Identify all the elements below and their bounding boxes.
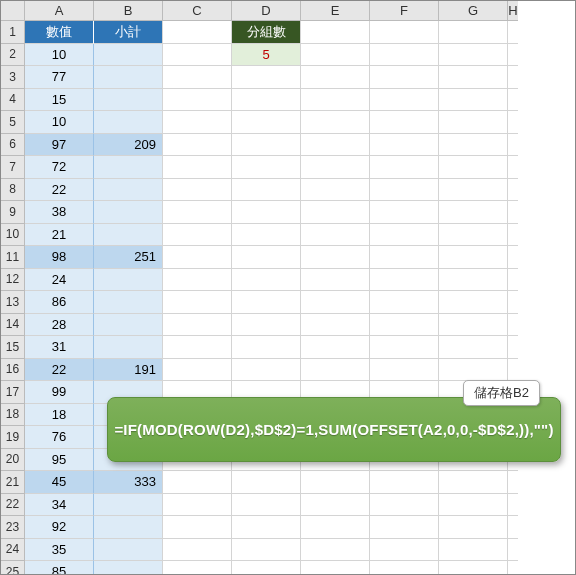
cell-H21[interactable] [508, 471, 518, 494]
cell-H2[interactable] [508, 44, 518, 67]
cell-C15[interactable] [163, 336, 232, 359]
cell-H13[interactable] [508, 291, 518, 314]
cell-A15[interactable]: 31 [25, 336, 94, 359]
cell-B13[interactable] [94, 291, 163, 314]
cell-A20[interactable]: 95 [25, 449, 94, 472]
cell-G4[interactable] [439, 89, 508, 112]
row-header-16[interactable]: 16 [1, 359, 25, 382]
cell-E6[interactable] [301, 134, 370, 157]
cell-H6[interactable] [508, 134, 518, 157]
cell-F9[interactable] [370, 201, 439, 224]
cell-E3[interactable] [301, 66, 370, 89]
cell-E14[interactable] [301, 314, 370, 337]
cell-G5[interactable] [439, 111, 508, 134]
cell-A5[interactable]: 10 [25, 111, 94, 134]
cell-C11[interactable] [163, 246, 232, 269]
cell-E21[interactable] [301, 471, 370, 494]
cell-C24[interactable] [163, 539, 232, 562]
cell-E1[interactable] [301, 21, 370, 44]
row-header-23[interactable]: 23 [1, 516, 25, 539]
cell-H10[interactable] [508, 224, 518, 247]
col-header-G[interactable]: G [439, 1, 508, 21]
cell-H15[interactable] [508, 336, 518, 359]
cell-A19[interactable]: 76 [25, 426, 94, 449]
cell-D6[interactable] [232, 134, 301, 157]
cell-D2[interactable]: 5 [232, 44, 301, 67]
cell-D15[interactable] [232, 336, 301, 359]
cell-G13[interactable] [439, 291, 508, 314]
cell-B16[interactable]: 191 [94, 359, 163, 382]
cell-H7[interactable] [508, 156, 518, 179]
cell-F22[interactable] [370, 494, 439, 517]
row-header-13[interactable]: 13 [1, 291, 25, 314]
cell-H22[interactable] [508, 494, 518, 517]
cell-B3[interactable] [94, 66, 163, 89]
cell-A4[interactable]: 15 [25, 89, 94, 112]
cell-F7[interactable] [370, 156, 439, 179]
cell-E4[interactable] [301, 89, 370, 112]
cell-C21[interactable] [163, 471, 232, 494]
cell-E15[interactable] [301, 336, 370, 359]
cell-D10[interactable] [232, 224, 301, 247]
cell-B4[interactable] [94, 89, 163, 112]
cell-E16[interactable] [301, 359, 370, 382]
cell-A25[interactable]: 85 [25, 561, 94, 575]
cell-D5[interactable] [232, 111, 301, 134]
spreadsheet-grid[interactable]: A B C D E F G H [1, 1, 575, 21]
row-header-12[interactable]: 12 [1, 269, 25, 292]
cell-A12[interactable]: 24 [25, 269, 94, 292]
cell-A3[interactable]: 77 [25, 66, 94, 89]
col-header-A[interactable]: A [25, 1, 94, 21]
cell-D8[interactable] [232, 179, 301, 202]
row-header-3[interactable]: 3 [1, 66, 25, 89]
cell-A18[interactable]: 18 [25, 404, 94, 427]
row-header-6[interactable]: 6 [1, 134, 25, 157]
cell-E5[interactable] [301, 111, 370, 134]
cell-D21[interactable] [232, 471, 301, 494]
cell-E7[interactable] [301, 156, 370, 179]
row-header-11[interactable]: 11 [1, 246, 25, 269]
row-header-4[interactable]: 4 [1, 89, 25, 112]
cell-E11[interactable] [301, 246, 370, 269]
cell-B1-header[interactable]: 小計 [94, 21, 163, 44]
cell-C4[interactable] [163, 89, 232, 112]
cell-F3[interactable] [370, 66, 439, 89]
cell-H5[interactable] [508, 111, 518, 134]
cell-D23[interactable] [232, 516, 301, 539]
cell-E12[interactable] [301, 269, 370, 292]
cell-H12[interactable] [508, 269, 518, 292]
cell-B11[interactable]: 251 [94, 246, 163, 269]
row-header-19[interactable]: 19 [1, 426, 25, 449]
cell-F10[interactable] [370, 224, 439, 247]
cell-F6[interactable] [370, 134, 439, 157]
cell-G10[interactable] [439, 224, 508, 247]
cell-H4[interactable] [508, 89, 518, 112]
cell-A6[interactable]: 97 [25, 134, 94, 157]
cell-G23[interactable] [439, 516, 508, 539]
col-header-H[interactable]: H [508, 1, 518, 21]
cell-F15[interactable] [370, 336, 439, 359]
cell-G25[interactable] [439, 561, 508, 575]
cell-C8[interactable] [163, 179, 232, 202]
cell-A16[interactable]: 22 [25, 359, 94, 382]
row-header-22[interactable]: 22 [1, 494, 25, 517]
cell-C12[interactable] [163, 269, 232, 292]
cell-E8[interactable] [301, 179, 370, 202]
cell-F14[interactable] [370, 314, 439, 337]
cell-D24[interactable] [232, 539, 301, 562]
cell-C25[interactable] [163, 561, 232, 575]
cell-H23[interactable] [508, 516, 518, 539]
cell-C23[interactable] [163, 516, 232, 539]
cell-C14[interactable] [163, 314, 232, 337]
cell-F11[interactable] [370, 246, 439, 269]
cell-H9[interactable] [508, 201, 518, 224]
cell-C9[interactable] [163, 201, 232, 224]
cell-E25[interactable] [301, 561, 370, 575]
row-header-2[interactable]: 2 [1, 44, 25, 67]
cell-G2[interactable] [439, 44, 508, 67]
cell-H14[interactable] [508, 314, 518, 337]
cell-A22[interactable]: 34 [25, 494, 94, 517]
cell-A13[interactable]: 86 [25, 291, 94, 314]
cell-C22[interactable] [163, 494, 232, 517]
cell-D11[interactable] [232, 246, 301, 269]
